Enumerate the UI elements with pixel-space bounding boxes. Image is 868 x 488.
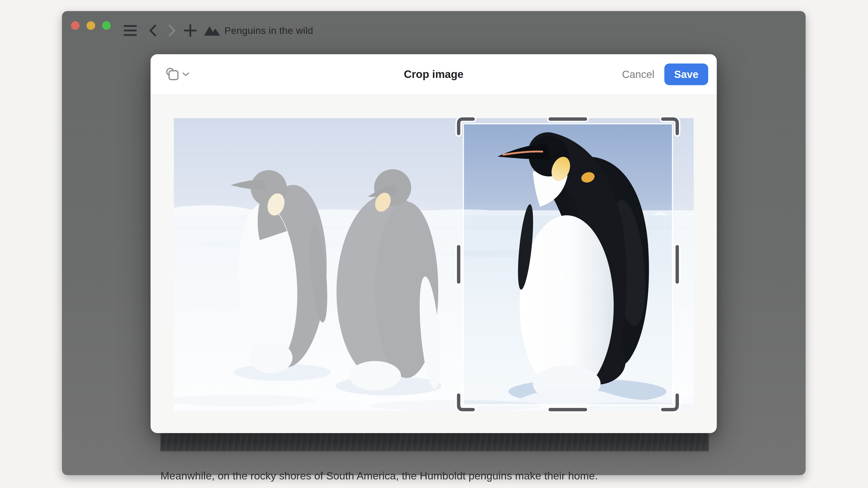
plus-icon [184,24,197,37]
crop-handle-top-right[interactable] [663,119,677,133]
save-button[interactable]: Save [664,64,708,85]
chevron-down-icon [182,72,189,76]
chevron-right-icon [168,24,177,37]
add-page-button[interactable] [184,24,197,37]
document-image-bottom-strip [160,433,709,451]
back-button[interactable] [148,24,157,37]
crop-handle-bottom-left[interactable] [459,395,473,410]
crop-editor [151,95,717,433]
menu-bar [124,30,137,31]
close-window-button[interactable] [71,21,80,30]
crop-image-modal: Crop image Cancel Save [151,54,717,433]
aspect-ratio-button[interactable] [165,54,189,94]
window-controls [71,21,111,30]
forward-button[interactable] [168,24,177,37]
menu-bar [124,34,137,36]
mountains-icon [204,25,220,36]
menu-bar [124,25,137,27]
modal-header: Crop image Cancel Save [151,54,717,95]
crop-handle-top-left[interactable] [459,119,473,133]
chevron-left-icon [148,24,157,37]
crop-handle-bottom-right[interactable] [663,395,677,410]
document-caption: Meanwhile, on the rocky shores of South … [160,469,739,482]
modal-actions: Cancel Save [622,54,708,94]
crop-overlay [151,95,717,433]
crop-selection[interactable] [463,124,673,405]
cancel-button[interactable]: Cancel [622,68,654,80]
menu-icon[interactable] [123,25,137,36]
zoom-window-button[interactable] [102,21,111,30]
shapes-icon [165,68,179,81]
document-title: Penguins in the wild [224,25,313,36]
minimize-window-button[interactable] [87,21,95,30]
